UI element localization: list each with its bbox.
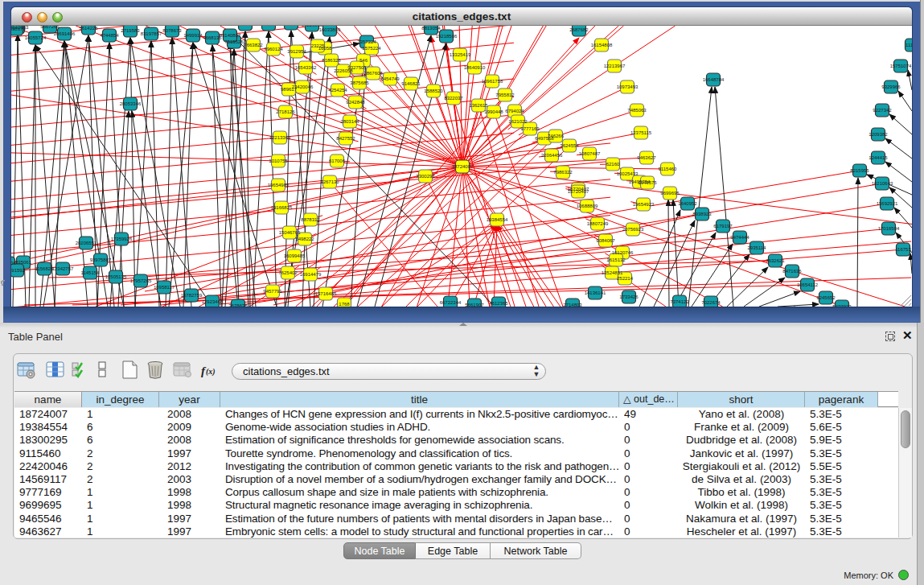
svg-text:17359926: 17359926 bbox=[111, 237, 133, 241]
svg-text:18640910: 18640910 bbox=[464, 65, 486, 70]
svg-text:8078673: 8078673 bbox=[162, 28, 182, 33]
svg-text:23225: 23225 bbox=[311, 43, 325, 48]
svg-text:5614226: 5614226 bbox=[79, 26, 98, 31]
svg-text:1588520: 1588520 bbox=[424, 89, 443, 93]
svg-text:7986322: 7986322 bbox=[553, 170, 573, 175]
svg-text:2714803: 2714803 bbox=[563, 303, 582, 307]
svg-text:3267130: 3267130 bbox=[320, 179, 339, 184]
svg-text:83197857: 83197857 bbox=[141, 31, 162, 36]
svg-text:3678638: 3678638 bbox=[228, 303, 248, 307]
svg-text:9146821: 9146821 bbox=[401, 81, 421, 86]
svg-text:116753: 116753 bbox=[895, 247, 911, 252]
svg-text:15751074: 15751074 bbox=[890, 64, 912, 68]
svg-text:8454749: 8454749 bbox=[380, 76, 400, 81]
svg-text:10958117: 10958117 bbox=[154, 285, 175, 290]
svg-text:11174: 11174 bbox=[906, 43, 912, 47]
svg-text:1640952: 1640952 bbox=[678, 201, 697, 206]
svg-text:19654923: 19654923 bbox=[633, 202, 655, 207]
svg-text:9329966: 9329966 bbox=[881, 84, 901, 89]
svg-text:1010755: 1010755 bbox=[269, 159, 288, 163]
svg-text:617006: 617006 bbox=[329, 159, 346, 163]
svg-text:2687682: 2687682 bbox=[569, 27, 589, 32]
svg-text:3912954: 3912954 bbox=[287, 49, 306, 54]
svg-text:7663822: 7663822 bbox=[244, 43, 263, 47]
svg-text:8813054: 8813054 bbox=[421, 26, 441, 31]
svg-text:4254254: 4254254 bbox=[328, 88, 347, 93]
svg-text:10961758: 10961758 bbox=[482, 79, 503, 84]
svg-text:8322037: 8322037 bbox=[444, 96, 463, 101]
svg-text:13561597: 13561597 bbox=[258, 26, 280, 27]
svg-text:7632621: 7632621 bbox=[766, 258, 785, 263]
svg-text:10688809: 10688809 bbox=[577, 204, 598, 208]
svg-text:83140807: 83140807 bbox=[220, 33, 241, 38]
svg-text:2226058: 2226058 bbox=[334, 68, 353, 73]
svg-text:1621022: 1621022 bbox=[508, 119, 528, 124]
svg-text:28053346: 28053346 bbox=[120, 101, 142, 106]
svg-text:15720407: 15720407 bbox=[568, 189, 589, 194]
svg-text:2935114: 2935114 bbox=[748, 245, 767, 250]
svg-text:14055724: 14055724 bbox=[25, 35, 47, 40]
svg-text:4744854: 4744854 bbox=[100, 33, 119, 38]
svg-text:9478454: 9478454 bbox=[236, 26, 255, 27]
svg-text:9084067: 9084067 bbox=[596, 238, 615, 243]
svg-text:8938923: 8938923 bbox=[692, 212, 712, 216]
svg-text:835061: 835061 bbox=[15, 260, 32, 265]
svg-text:7515526: 7515526 bbox=[224, 39, 244, 44]
svg-text:12342757: 12342757 bbox=[52, 266, 74, 271]
svg-text:20206551: 20206551 bbox=[76, 241, 97, 245]
svg-text:16543362: 16543362 bbox=[295, 65, 317, 70]
svg-text:9777169: 9777169 bbox=[520, 126, 540, 131]
svg-text:18724007: 18724007 bbox=[452, 164, 474, 169]
svg-text:1615132: 1615132 bbox=[606, 257, 626, 262]
svg-text:13716485: 13716485 bbox=[315, 291, 337, 296]
svg-text:1499914: 1499914 bbox=[183, 33, 203, 38]
svg-text:3960124: 3960124 bbox=[264, 47, 283, 51]
svg-text:9245652: 9245652 bbox=[816, 295, 836, 300]
svg-text:17957265: 17957265 bbox=[130, 278, 152, 283]
svg-text:3624554: 3624554 bbox=[560, 143, 579, 148]
svg-text:18807249: 18807249 bbox=[587, 221, 609, 226]
svg-text:9463627: 9463627 bbox=[637, 155, 656, 160]
svg-text:5498222: 5498222 bbox=[295, 237, 314, 241]
svg-text:17016504: 17016504 bbox=[878, 226, 900, 231]
svg-text:1733426: 1733426 bbox=[619, 295, 639, 299]
svg-text:7625402: 7625402 bbox=[278, 270, 298, 275]
svg-text:13524851: 13524851 bbox=[602, 270, 623, 275]
svg-text:19166825: 19166825 bbox=[271, 205, 293, 210]
svg-text:989617: 989617 bbox=[281, 87, 298, 92]
svg-text:7955812: 7955812 bbox=[495, 93, 515, 97]
svg-text:12213967: 12213967 bbox=[604, 64, 626, 68]
svg-text:5437923: 5437923 bbox=[832, 304, 852, 307]
svg-text:13325419: 13325419 bbox=[450, 52, 471, 57]
svg-text:20756923: 20756923 bbox=[622, 227, 644, 232]
svg-text:2867608: 2867608 bbox=[363, 71, 383, 76]
svg-text:3875685: 3875685 bbox=[350, 80, 369, 85]
svg-text:6179197: 6179197 bbox=[713, 224, 733, 229]
svg-text:19654985: 19654985 bbox=[268, 183, 290, 187]
svg-text:9242848: 9242848 bbox=[346, 100, 365, 105]
svg-text:1244415: 1244415 bbox=[869, 155, 888, 160]
svg-text:2718126: 2718126 bbox=[276, 109, 295, 114]
svg-text:746266: 746266 bbox=[548, 134, 565, 138]
svg-text:1362615: 1362615 bbox=[469, 103, 488, 108]
svg-text:7485063: 7485063 bbox=[627, 108, 647, 113]
svg-text:252214: 252214 bbox=[617, 276, 634, 281]
svg-text:1156829: 1156829 bbox=[35, 266, 55, 271]
svg-text:7357224: 7357224 bbox=[357, 39, 376, 44]
svg-text:4698379: 4698379 bbox=[11, 27, 26, 31]
svg-text:5667265: 5667265 bbox=[40, 26, 60, 29]
svg-text:546: 546 bbox=[359, 58, 368, 63]
svg-text:14136141: 14136141 bbox=[585, 290, 606, 295]
svg-text:15046766: 15046766 bbox=[279, 230, 301, 235]
svg-text:9474444: 9474444 bbox=[730, 235, 749, 240]
svg-text:2803144: 2803144 bbox=[340, 119, 359, 124]
svg-text:20364456: 20364456 bbox=[541, 153, 563, 158]
svg-text:1209382: 1209382 bbox=[869, 132, 888, 137]
svg-text:16033809: 16033809 bbox=[319, 27, 341, 32]
svg-text:9457791: 9457791 bbox=[263, 289, 282, 294]
svg-text:1575224: 1575224 bbox=[362, 46, 381, 51]
svg-text:20691406: 20691406 bbox=[54, 31, 76, 36]
svg-text:15692921: 15692921 bbox=[877, 201, 898, 206]
svg-text:2300293: 2300293 bbox=[416, 174, 435, 179]
svg-text:8471636: 8471636 bbox=[782, 269, 802, 274]
